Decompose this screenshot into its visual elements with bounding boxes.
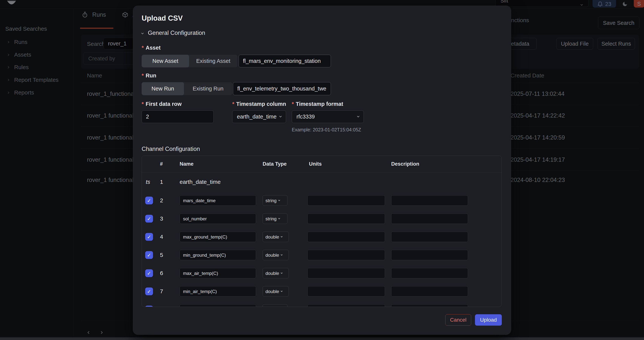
description-input[interactable] [391,268,468,278]
channel-name-input[interactable] [180,232,256,242]
timestamp-column-label: * Timestamp column [232,101,286,107]
channel-checkbox[interactable]: ✓ [145,306,153,307]
channel-row: ✓ 5 double [142,246,502,264]
required-asterisk: * [142,45,144,51]
row-number: 2 [160,197,163,204]
run-label: * Run [142,73,156,79]
data-type-select[interactable]: double [263,268,289,278]
data-type-header: Data Type [263,161,287,167]
ts-marker: ts [146,179,150,185]
channel-name-input[interactable] [180,304,256,307]
channel-checkbox[interactable]: ✓ [145,197,153,205]
first-data-row-label: * First data row [142,101,182,107]
description-header: Description [391,161,420,167]
channel-checkbox[interactable]: ✓ [145,251,153,259]
channel-name: earth_date_time [180,179,221,185]
chevron-down-icon [281,254,283,256]
units-input[interactable] [308,304,385,307]
data-type-select[interactable]: double [263,232,289,242]
units-input[interactable] [308,286,385,297]
timestamp-example: Example: 2023-01-02T15:04:05Z [292,127,361,132]
channel-row: ✓ [142,300,502,307]
run-name-input[interactable] [233,82,331,95]
upload-button[interactable]: Upload [475,314,502,326]
data-type-select[interactable] [263,304,288,307]
timestamp-column-select[interactable]: earth_date_time [232,110,286,123]
units-input[interactable] [308,250,385,260]
row-number: 5 [160,252,163,258]
existing-run-button[interactable]: Existing Run [184,82,232,95]
channel-checkbox[interactable]: ✓ [145,215,153,223]
channel-name-input[interactable] [180,286,256,297]
required-asterisk: * [232,101,234,107]
channel-name-input[interactable] [180,250,256,260]
row-number: 1 [160,179,163,185]
new-asset-button[interactable]: New Asset [142,55,189,67]
row-number: 4 [160,234,163,240]
horizontal-scrollbar[interactable] [0,337,644,340]
num-header: # [160,161,163,167]
channel-row: ✓ 7 double [142,282,502,300]
channel-row: ✓ 4 double [142,228,502,246]
timestamp-column-value: earth_date_time [237,114,276,120]
channel-row-timestamp: ts 1 earth_date_time [142,173,502,191]
section-label: General Configuration [148,30,205,36]
channel-configuration-heading: Channel Configuration [142,145,200,152]
upload-csv-modal: Upload CSV General Configuration * Asset… [133,6,511,335]
data-type-select[interactable]: double [263,250,289,260]
required-asterisk: * [292,101,294,107]
channel-checkbox[interactable]: ✓ [145,269,153,277]
chevron-down-icon [281,272,283,274]
run-mode-toggle: New Run Existing Run [142,82,232,95]
row-number: 6 [160,270,163,276]
general-configuration-toggle[interactable]: General Configuration [142,30,205,36]
chevron-down-icon [279,115,282,117]
asset-label: * Asset [142,45,160,51]
cancel-button[interactable]: Cancel [445,314,471,326]
channel-row: ✓ 3 string [142,210,502,228]
chevron-down-icon [281,236,283,237]
description-input[interactable] [391,250,468,260]
row-number: 3 [160,215,163,222]
channel-name-input[interactable] [180,214,256,224]
channel-name-input[interactable] [180,268,256,278]
chevron-down-icon [357,115,360,117]
chevron-down-icon [278,217,280,219]
new-run-button[interactable]: New Run [142,82,184,95]
data-type-select[interactable]: string [263,195,288,206]
description-input[interactable] [391,214,468,224]
required-asterisk: * [142,101,144,107]
required-asterisk: * [142,73,144,79]
existing-asset-button[interactable]: Existing Asset [189,55,238,67]
units-input[interactable] [308,268,385,278]
description-input[interactable] [391,304,468,307]
units-input[interactable] [308,232,385,242]
timestamp-format-label: * Timestamp format [292,101,343,107]
row-number: 7 [160,288,163,295]
channel-table: # Name Data Type Units Description ts 1 … [142,156,502,307]
description-input[interactable] [391,232,468,242]
modal-title: Upload CSV [142,14,183,22]
asset-mode-toggle: New Asset Existing Asset [142,55,238,67]
description-input[interactable] [391,195,468,206]
chevron-down-icon [281,290,283,292]
units-input[interactable] [308,195,385,206]
asset-name-input[interactable] [238,55,331,67]
channel-row: ✓ 6 double [142,264,502,282]
chevron-down-icon [278,199,280,201]
chevron-down-icon [141,32,144,34]
app-root: Sift 23 S Saved Searches Runs [0,0,644,340]
data-type-select[interactable]: double [263,286,289,297]
channel-table-header: # Name Data Type Units Description [142,156,502,173]
first-data-row-input[interactable] [142,110,214,123]
timestamp-format-value: rfc3339 [296,114,315,120]
units-header: Units [309,161,322,167]
channel-checkbox[interactable]: ✓ [145,288,153,295]
channel-checkbox[interactable]: ✓ [145,233,153,241]
description-input[interactable] [391,286,468,297]
channel-row: ✓ 2 string [142,191,502,210]
channel-name-input[interactable] [180,195,256,206]
units-input[interactable] [308,214,385,224]
timestamp-format-select[interactable]: rfc3339 [292,110,364,123]
data-type-select[interactable]: string [263,214,288,224]
